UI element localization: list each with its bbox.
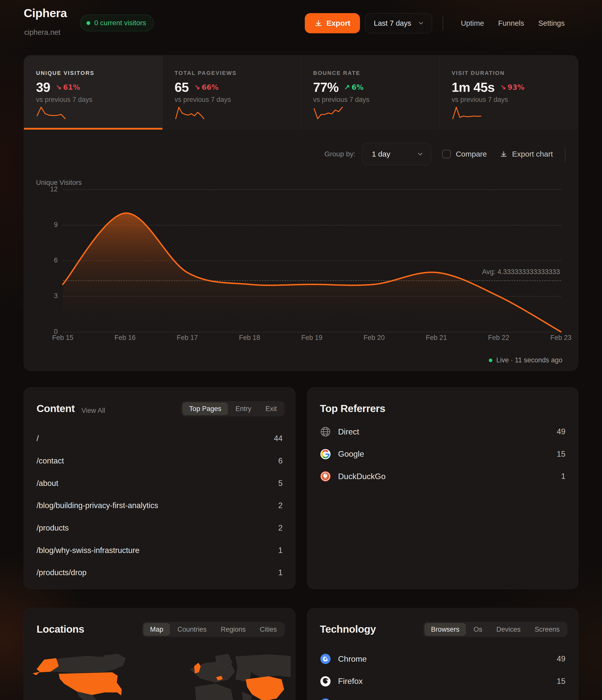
sparkline-chart	[452, 106, 482, 120]
view-all-link[interactable]: View All	[81, 407, 105, 415]
export-chart-label: Export chart	[512, 150, 553, 158]
live-status: Live · 11 seconds ago	[489, 356, 562, 364]
stat-label: VISIT DURATION	[452, 70, 505, 76]
export-button[interactable]: Export	[305, 13, 360, 33]
x-tick: Feb 15	[45, 334, 80, 342]
x-tick: Feb 20	[356, 334, 392, 342]
content-panel: Content View All Top Pages Entry Exit /4…	[24, 387, 296, 589]
stat-change: ↘66%	[194, 83, 219, 92]
nav-uptime[interactable]: Uptime	[461, 19, 484, 27]
chart-controls: Group by: 1 day Compare Export chart	[324, 143, 566, 165]
locations-title: Locations	[36, 623, 84, 635]
page-row[interactable]: /products2	[36, 517, 283, 540]
google-icon	[320, 449, 331, 460]
site-domain: ciphera.net	[24, 28, 60, 36]
tab-countries[interactable]: Countries	[171, 623, 213, 636]
page-row[interactable]: /contact6	[36, 450, 283, 472]
export-button-label: Export	[326, 19, 350, 27]
x-tick: Feb 16	[107, 334, 143, 342]
stat-card-total-pageviews[interactable]: TOTAL PAGEVIEWS 65 ↘66% vs previous 7 da…	[162, 55, 301, 130]
browser-row-cut-off[interactable]	[320, 693, 566, 700]
content-tabs: Top Pages Entry Exit	[181, 401, 284, 416]
partially-visible-browser-icon	[320, 698, 331, 700]
gridline	[63, 332, 561, 332]
tab-regions[interactable]: Regions	[214, 623, 252, 636]
stat-compare-note: vs previous 7 days	[175, 96, 231, 104]
y-tick: 3	[36, 292, 58, 300]
tab-os[interactable]: Os	[467, 623, 489, 636]
browser-row[interactable]: Firefox 15	[320, 670, 566, 693]
locations-panel: Locations Map Countries Regions Cities	[24, 608, 296, 700]
y-tick: 9	[36, 221, 58, 229]
top-pages-list: /44 /contact6 /about5 /blog/building-pri…	[36, 427, 283, 584]
stat-label: UNIQUE VISITORS	[36, 70, 94, 76]
x-tick: Feb 21	[419, 334, 454, 342]
download-icon	[500, 150, 507, 158]
referrer-row[interactable]: DuckDuckGo 1	[320, 465, 566, 488]
map-country-united-states	[59, 672, 122, 696]
page-row[interactable]: /blog/why-swiss-infrastructure1	[36, 539, 283, 561]
stat-compare-note: vs previous 7 days	[313, 96, 370, 104]
nav-settings[interactable]: Settings	[538, 19, 565, 27]
technology-title: Technology	[320, 623, 376, 635]
trend-up-icon: ↗	[344, 83, 350, 92]
visitors-line-chart	[63, 190, 561, 332]
content-title: Content	[36, 403, 75, 415]
stat-change: ↘61%	[56, 83, 80, 92]
tab-cities[interactable]: Cities	[253, 623, 283, 636]
live-dot-icon	[86, 21, 90, 25]
group-by-select[interactable]: 1 day	[362, 143, 431, 165]
referrers-list: Direct 49 Google	[320, 421, 566, 488]
brand-title: Ciphera	[24, 6, 67, 20]
sparkline-chart	[175, 106, 205, 120]
chevron-down-icon	[417, 151, 424, 157]
x-tick: Feb 17	[170, 334, 205, 342]
current-visitors-badge: 0 current visitors	[80, 15, 154, 31]
chart-area-fill	[63, 213, 561, 332]
browser-row[interactable]: Chrome 49	[320, 648, 566, 670]
page-row[interactable]: /blog/building-privacy-first-analytics2	[36, 495, 283, 517]
stat-card-visit-duration[interactable]: VISIT DURATION 1m 45s ↘93% vs previous 7…	[440, 55, 578, 130]
analytics-dashboard: Ciphera 0 current visitors ciphera.net E…	[0, 0, 602, 700]
locations-tabs: Map Countries Regions Cities	[142, 622, 284, 637]
current-visitors-label: 0 current visitors	[94, 19, 146, 27]
live-status-label: Live · 11 seconds ago	[496, 356, 562, 364]
page-row[interactable]: /products/drop1	[36, 561, 283, 584]
stat-card-bounce-rate[interactable]: BOUNCE RATE 77% ↗6% vs previous 7 days	[301, 55, 440, 130]
trend-down-icon: ↘	[56, 83, 61, 92]
tab-screens[interactable]: Screens	[528, 623, 566, 636]
nav-funnels[interactable]: Funnels	[498, 19, 524, 27]
tab-top-pages[interactable]: Top Pages	[182, 402, 228, 415]
y-tick: 12	[36, 185, 58, 193]
referrers-title: Top Referrers	[320, 403, 385, 415]
sparkline-chart	[313, 106, 343, 120]
tab-map[interactable]: Map	[144, 623, 170, 636]
page-row[interactable]: /44	[36, 427, 283, 450]
stats-row: UNIQUE VISITORS 39 ↘61% vs previous 7 da…	[24, 55, 578, 130]
stat-value: 77%	[313, 80, 338, 95]
referrer-row[interactable]: Direct 49	[320, 421, 566, 443]
date-range-value: Last 7 days	[374, 19, 411, 27]
trend-down-icon: ↘	[194, 83, 200, 92]
firefox-icon	[320, 676, 331, 687]
tab-devices[interactable]: Devices	[490, 623, 527, 636]
tab-browsers[interactable]: Browsers	[425, 623, 466, 636]
stat-value: 1m 45s	[452, 80, 495, 95]
x-tick: Feb 19	[294, 334, 329, 342]
date-range-select[interactable]: Last 7 days	[365, 13, 432, 33]
compare-checkbox[interactable]	[442, 150, 451, 158]
overview-panel: UNIQUE VISITORS 39 ↘61% vs previous 7 da…	[24, 55, 578, 371]
x-tick: Feb 18	[232, 334, 267, 342]
stat-card-unique-visitors[interactable]: UNIQUE VISITORS 39 ↘61% vs previous 7 da…	[24, 55, 162, 130]
referrer-row[interactable]: Google 15	[320, 443, 566, 466]
header-actions: Export Last 7 days Uptime Funnels Settin…	[305, 13, 572, 33]
group-by-label: Group by:	[324, 150, 355, 158]
compare-label[interactable]: Compare	[456, 150, 487, 158]
tab-entry[interactable]: Entry	[229, 402, 258, 415]
page-row[interactable]: /about5	[36, 472, 283, 495]
technology-panel: Technology Browsers Os Devices Screens C…	[307, 608, 578, 700]
export-chart-button[interactable]: Export chart	[500, 150, 553, 158]
stat-compare-note: vs previous 7 days	[36, 96, 93, 104]
tab-exit[interactable]: Exit	[259, 402, 283, 415]
technology-tabs: Browsers Os Devices Screens	[423, 622, 568, 637]
